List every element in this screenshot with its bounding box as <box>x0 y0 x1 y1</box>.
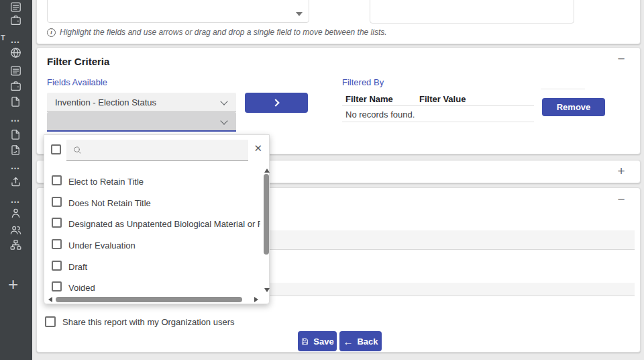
value-select-open[interactable] <box>47 112 236 132</box>
dropdown-option[interactable]: Draft <box>44 256 260 277</box>
people-icon[interactable] <box>9 224 22 236</box>
sitemap-icon[interactable] <box>9 238 22 251</box>
option-label: Draft <box>68 262 87 272</box>
info-icon: i <box>47 28 56 37</box>
share-label: Share this report with my Organization u… <box>62 317 235 327</box>
caret-down-icon <box>296 12 303 16</box>
hint-text: Highlight the fields and use arrows or d… <box>60 28 387 37</box>
dropdown-option[interactable]: Designated as Unpatented Biological Mate… <box>44 213 260 234</box>
share-checkbox[interactable] <box>45 316 56 327</box>
dropdown-option[interactable]: Does Not Retain Title <box>44 192 260 213</box>
move-field-button[interactable] <box>245 93 308 113</box>
file-icon[interactable] <box>9 128 22 141</box>
back-button-label: Back <box>357 336 378 347</box>
scroll-left-arrow[interactable] <box>48 297 52 302</box>
option-label: Voided <box>68 283 95 293</box>
chevron-right-icon <box>272 99 279 106</box>
briefcase-icon[interactable] <box>9 14 22 27</box>
filter-name-header: Filter Name <box>345 94 393 104</box>
file-icon[interactable] <box>9 95 22 108</box>
scroll-down-arrow[interactable] <box>264 288 270 292</box>
back-button[interactable]: ← Back <box>339 331 382 351</box>
option-checkbox[interactable] <box>52 197 62 207</box>
overflow-ellipsis-icon[interactable]: … <box>9 163 22 169</box>
dropdown-option[interactable]: Voided <box>44 277 260 298</box>
globe-icon[interactable] <box>9 46 22 59</box>
search-icon <box>72 145 83 155</box>
filter-criteria-title: Filter Criteria <box>47 56 109 67</box>
arrow-left-icon: ← <box>343 336 353 347</box>
option-label: Designated as Unpatented Biological Mate… <box>68 219 260 229</box>
option-checkbox[interactable] <box>52 175 62 185</box>
overflow-ellipsis-icon[interactable]: … <box>9 37 22 42</box>
hint-row: i Highlight the fields and use arrows or… <box>47 28 387 37</box>
save-button-label: Save <box>313 336 333 347</box>
save-button[interactable]: Save <box>298 331 337 351</box>
scroll-right-arrow[interactable] <box>254 297 258 302</box>
select-all-checkbox[interactable] <box>51 144 61 154</box>
share-row: Share this report with my Organization u… <box>45 316 235 327</box>
left-sidebar: T … … … … + <box>0 0 32 360</box>
collapse-section-icon[interactable]: − <box>614 192 628 207</box>
overflow-ellipsis-icon[interactable]: … <box>9 197 22 202</box>
option-checkbox[interactable] <box>52 239 62 249</box>
option-label: Under Evaluation <box>68 240 136 251</box>
divider <box>541 89 585 89</box>
person-icon[interactable] <box>9 207 22 220</box>
search-input[interactable] <box>87 141 241 159</box>
table-divider <box>342 122 534 122</box>
empty-records-text: No records found. <box>345 109 415 120</box>
horizontal-scrollbar-thumb[interactable] <box>56 297 242 302</box>
plus-icon[interactable]: + <box>8 274 18 295</box>
chevron-down-icon <box>220 97 227 105</box>
dropdown-option[interactable]: Under Evaluation <box>44 234 260 255</box>
vertical-scrollbar-thumb[interactable] <box>264 174 269 255</box>
field-select[interactable]: Invention - Election Status <box>47 93 236 112</box>
scroll-up-arrow[interactable] <box>264 169 270 173</box>
filtered-by-label: Filtered By <box>342 77 384 87</box>
dropdown-option[interactable]: Elect to Retain Title <box>44 171 260 191</box>
option-checkbox[interactable] <box>52 218 62 228</box>
field-selection-card: Invention - Date Invention Submitted to … <box>36 0 641 44</box>
remove-filter-button[interactable]: Remove <box>542 98 605 116</box>
election-status-dropdown-panel: ✕ Elect to Retain Title Does Not Retain … <box>44 134 270 304</box>
option-label: Does Not Retain Title <box>68 198 151 208</box>
close-icon[interactable]: ✕ <box>254 142 262 154</box>
upload-icon[interactable] <box>9 175 22 188</box>
chevron-down-icon <box>220 117 227 124</box>
file-pdf-icon[interactable] <box>9 144 22 156</box>
field-select-value: Invention - Election Status <box>55 97 156 107</box>
floppy-disk-icon <box>301 337 309 346</box>
table-divider <box>342 105 534 106</box>
briefcase-icon[interactable] <box>9 80 22 93</box>
expand-section-icon[interactable]: + <box>614 164 628 179</box>
selected-fields-listbox[interactable]: Invention - Date Invention Submitted to … <box>47 0 309 23</box>
option-checkbox[interactable] <box>52 261 62 271</box>
overflow-ellipsis-icon[interactable]: … <box>9 116 22 121</box>
filter-value-header: Filter Value <box>419 94 466 104</box>
available-fields-listbox[interactable] <box>370 0 574 24</box>
option-label: Elect to Retain Title <box>68 177 144 187</box>
article-icon[interactable] <box>9 64 22 77</box>
truncated-menu-label: T <box>1 34 5 42</box>
article-icon[interactable] <box>9 1 22 13</box>
option-checkbox[interactable] <box>52 281 62 291</box>
collapse-section-icon[interactable]: − <box>614 52 628 66</box>
fields-available-label: Fields Available <box>47 77 107 87</box>
dropdown-search <box>66 140 248 161</box>
